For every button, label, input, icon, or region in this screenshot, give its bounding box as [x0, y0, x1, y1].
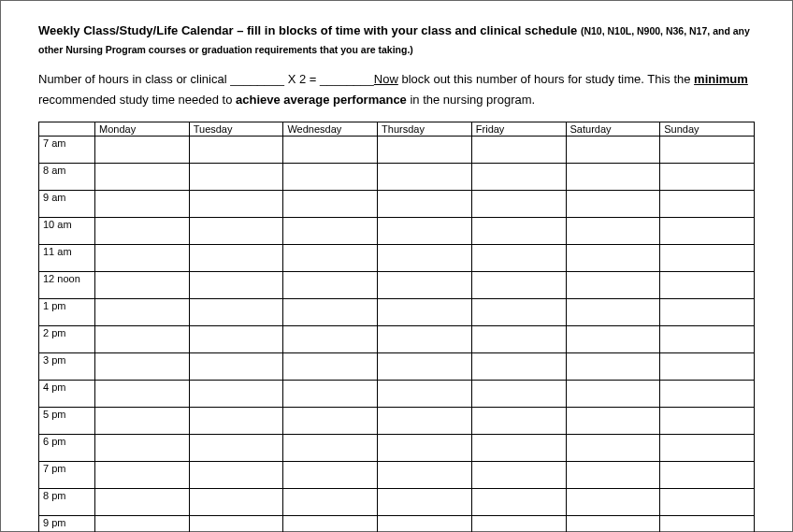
calendar-cell[interactable]: [471, 408, 566, 435]
calendar-cell[interactable]: [471, 489, 566, 516]
calendar-cell[interactable]: [95, 164, 190, 191]
calendar-cell[interactable]: [95, 462, 190, 489]
calendar-cell[interactable]: [189, 516, 283, 532]
calendar-cell[interactable]: [566, 164, 660, 191]
calendar-cell[interactable]: [378, 435, 472, 462]
calendar-cell[interactable]: [95, 137, 190, 164]
calendar-cell[interactable]: [378, 137, 472, 164]
calendar-cell[interactable]: [660, 462, 755, 489]
calendar-cell[interactable]: [660, 272, 755, 299]
calendar-cell[interactable]: [189, 164, 283, 191]
calendar-cell[interactable]: [471, 245, 566, 272]
calendar-cell[interactable]: [566, 408, 660, 435]
calendar-cell[interactable]: [283, 516, 378, 532]
calendar-cell[interactable]: [283, 353, 378, 381]
calendar-cell[interactable]: [189, 353, 283, 381]
calendar-cell[interactable]: [95, 408, 190, 435]
calendar-cell[interactable]: [378, 353, 472, 381]
calendar-cell[interactable]: [471, 218, 566, 245]
calendar-cell[interactable]: [95, 516, 190, 532]
calendar-cell[interactable]: [378, 462, 472, 489]
calendar-cell[interactable]: [283, 462, 378, 489]
calendar-cell[interactable]: [378, 218, 472, 245]
calendar-cell[interactable]: [189, 408, 283, 435]
calendar-cell[interactable]: [189, 435, 283, 462]
calendar-cell[interactable]: [566, 489, 660, 516]
calendar-cell[interactable]: [95, 353, 190, 381]
calendar-cell[interactable]: [566, 462, 660, 489]
calendar-cell[interactable]: [378, 516, 472, 532]
calendar-cell[interactable]: [189, 489, 283, 516]
calendar-cell[interactable]: [660, 408, 755, 435]
calendar-cell[interactable]: [95, 218, 190, 245]
calendar-cell[interactable]: [189, 326, 283, 353]
calendar-cell[interactable]: [95, 299, 190, 326]
calendar-cell[interactable]: [471, 272, 566, 299]
calendar-cell[interactable]: [283, 489, 378, 516]
calendar-cell[interactable]: [95, 245, 190, 272]
calendar-cell[interactable]: [378, 191, 472, 218]
calendar-cell[interactable]: [189, 218, 283, 245]
calendar-cell[interactable]: [660, 218, 755, 245]
calendar-cell[interactable]: [95, 191, 190, 218]
calendar-cell[interactable]: [283, 245, 378, 272]
calendar-cell[interactable]: [95, 489, 190, 516]
calendar-cell[interactable]: [378, 272, 472, 299]
calendar-cell[interactable]: [189, 191, 283, 218]
calendar-cell[interactable]: [471, 516, 566, 532]
calendar-cell[interactable]: [378, 299, 472, 326]
calendar-cell[interactable]: [189, 137, 283, 164]
calendar-cell[interactable]: [566, 353, 660, 381]
calendar-cell[interactable]: [660, 299, 755, 326]
calendar-cell[interactable]: [471, 299, 566, 326]
calendar-cell[interactable]: [566, 191, 660, 218]
calendar-cell[interactable]: [378, 245, 472, 272]
calendar-cell[interactable]: [471, 191, 566, 218]
calendar-cell[interactable]: [378, 164, 472, 191]
calendar-cell[interactable]: [189, 272, 283, 299]
calendar-cell[interactable]: [660, 137, 755, 164]
calendar-cell[interactable]: [283, 435, 378, 462]
calendar-cell[interactable]: [566, 435, 660, 462]
calendar-cell[interactable]: [283, 408, 378, 435]
calendar-cell[interactable]: [189, 462, 283, 489]
calendar-cell[interactable]: [283, 137, 378, 164]
calendar-cell[interactable]: [95, 435, 190, 462]
calendar-cell[interactable]: [471, 435, 566, 462]
calendar-cell[interactable]: [660, 516, 755, 532]
calendar-cell[interactable]: [660, 191, 755, 218]
calendar-cell[interactable]: [660, 489, 755, 516]
calendar-cell[interactable]: [95, 381, 190, 408]
calendar-cell[interactable]: [471, 326, 566, 353]
calendar-cell[interactable]: [471, 164, 566, 191]
calendar-cell[interactable]: [660, 326, 755, 353]
calendar-cell[interactable]: [660, 353, 755, 381]
calendar-cell[interactable]: [189, 299, 283, 326]
calendar-cell[interactable]: [189, 245, 283, 272]
calendar-cell[interactable]: [283, 381, 378, 408]
calendar-cell[interactable]: [283, 299, 378, 326]
calendar-cell[interactable]: [566, 245, 660, 272]
calendar-cell[interactable]: [471, 381, 566, 408]
calendar-cell[interactable]: [566, 137, 660, 164]
calendar-cell[interactable]: [189, 381, 283, 408]
calendar-cell[interactable]: [471, 353, 566, 381]
calendar-cell[interactable]: [660, 245, 755, 272]
calendar-cell[interactable]: [283, 164, 378, 191]
calendar-cell[interactable]: [378, 326, 472, 353]
calendar-cell[interactable]: [283, 272, 378, 299]
calendar-cell[interactable]: [378, 408, 472, 435]
calendar-cell[interactable]: [283, 326, 378, 353]
calendar-cell[interactable]: [566, 218, 660, 245]
calendar-cell[interactable]: [378, 381, 472, 408]
calendar-cell[interactable]: [283, 191, 378, 218]
calendar-cell[interactable]: [566, 326, 660, 353]
calendar-cell[interactable]: [566, 516, 660, 532]
calendar-cell[interactable]: [95, 326, 190, 353]
calendar-cell[interactable]: [471, 462, 566, 489]
calendar-cell[interactable]: [283, 218, 378, 245]
calendar-cell[interactable]: [660, 381, 755, 408]
calendar-cell[interactable]: [471, 137, 566, 164]
calendar-cell[interactable]: [566, 272, 660, 299]
calendar-cell[interactable]: [566, 381, 660, 408]
